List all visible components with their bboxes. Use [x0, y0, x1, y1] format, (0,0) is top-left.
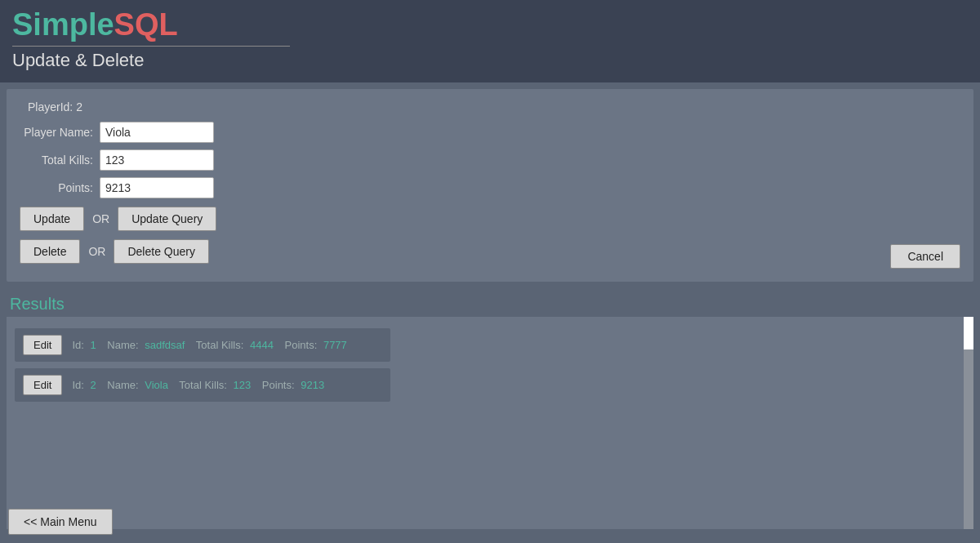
- result-item-1: Edit Id: 1 Name: sadfdsaf Total Kills: 4…: [15, 328, 390, 362]
- kills-value-1: 4444: [250, 339, 274, 351]
- results-panel: Edit Id: 1 Name: sadfdsaf Total Kills: 4…: [7, 317, 973, 529]
- or-label-1: OR: [92, 212, 109, 225]
- app-header: SimpleSQL Update & Delete: [0, 0, 980, 82]
- page-title: Update & Delete: [12, 50, 968, 71]
- total-kills-input[interactable]: [100, 149, 214, 171]
- title-sql: SQL: [114, 7, 178, 42]
- title-divider: [12, 46, 290, 47]
- edit-button-1[interactable]: Edit: [23, 335, 62, 355]
- update-action-row: Update OR Update Query: [20, 207, 960, 231]
- id-value-1: 1: [91, 339, 96, 351]
- edit-button-2[interactable]: Edit: [23, 375, 62, 395]
- delete-query-button[interactable]: Delete Query: [114, 239, 208, 264]
- update-query-button[interactable]: Update Query: [118, 207, 216, 231]
- player-id-display: PlayerId: 2: [20, 100, 960, 113]
- points-label: Points:: [20, 181, 93, 194]
- points-label-2: Points:: [262, 379, 295, 391]
- name-value-1: sadfdsaf: [145, 339, 185, 351]
- or-label-2: OR: [88, 245, 105, 258]
- total-kills-label: Total Kills:: [20, 154, 93, 167]
- delete-button[interactable]: Delete: [20, 239, 80, 264]
- cancel-button[interactable]: Cancel: [890, 244, 960, 269]
- player-name-input[interactable]: [100, 122, 214, 143]
- id-value-2: 2: [91, 379, 96, 391]
- delete-action-row: Delete OR Delete Query: [20, 239, 960, 264]
- points-value-2: 9213: [301, 379, 324, 391]
- name-value-2: Viola: [145, 379, 168, 391]
- id-label-1: Id:: [72, 339, 83, 351]
- results-header: Results: [0, 288, 980, 317]
- name-label-1: Name:: [107, 339, 138, 351]
- player-name-label: Player Name:: [20, 126, 93, 139]
- scrollbar[interactable]: [964, 317, 973, 529]
- points-value-1: 7777: [323, 339, 347, 351]
- id-label-2: Id:: [72, 379, 83, 391]
- points-input[interactable]: [100, 177, 214, 198]
- player-name-row: Player Name:: [20, 122, 960, 143]
- name-label-2: Name:: [107, 379, 138, 391]
- kills-label-1: Total Kills:: [196, 339, 244, 351]
- result-text-1: Id: 1 Name: sadfdsaf Total Kills: 4444 P…: [72, 339, 354, 351]
- result-item-2: Edit Id: 2 Name: Viola Total Kills: 123 …: [15, 368, 390, 402]
- title-simple: Simple: [12, 7, 114, 42]
- main-menu-button[interactable]: << Main Menu: [8, 509, 113, 535]
- kills-value-2: 123: [234, 379, 252, 391]
- total-kills-row: Total Kills:: [20, 149, 960, 171]
- update-button[interactable]: Update: [20, 207, 84, 231]
- points-row: Points:: [20, 177, 960, 198]
- scrollbar-thumb[interactable]: [964, 317, 973, 349]
- kills-label-2: Total Kills:: [179, 379, 227, 391]
- result-text-2: Id: 2 Name: Viola Total Kills: 123 Point…: [72, 379, 332, 391]
- points-label-1: Points:: [285, 339, 318, 351]
- form-panel: PlayerId: 2 Player Name: Total Kills: Po…: [7, 89, 973, 282]
- app-title: SimpleSQL: [12, 8, 968, 42]
